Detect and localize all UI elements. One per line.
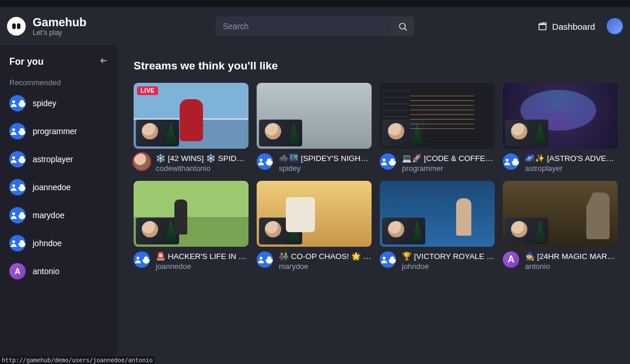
thumbnail	[134, 181, 249, 247]
header: Gamehub Let's play Dashboard	[0, 7, 630, 46]
svg-point-14	[260, 257, 262, 260]
svg-point-0	[399, 23, 405, 29]
sidebar-item-label: programmer	[33, 127, 77, 136]
stream-user: johndoe	[402, 262, 495, 271]
sidebar-item-astroplayer[interactable]: astroplayer	[9, 151, 108, 167]
search-icon	[398, 22, 408, 32]
avatar	[9, 95, 26, 111]
sidebar-item-label: marydoe	[33, 211, 64, 220]
sidebar-item-label: joannedoe	[33, 183, 71, 192]
sidebar-item-label: spidey	[33, 99, 56, 108]
svg-point-12	[506, 159, 509, 162]
sidebar-item-spidey[interactable]: spidey	[9, 95, 108, 111]
sidebar-item-programmer[interactable]: programmer	[9, 123, 108, 139]
collapse-icon[interactable]	[99, 56, 108, 68]
stream-user: spidey	[279, 164, 372, 173]
stream-user: astroplayer	[525, 164, 618, 173]
sidebar-item-marydoe[interactable]: marydoe	[9, 207, 108, 223]
svg-line-1	[404, 28, 406, 30]
stream-card[interactable]: 👫 CO-OP CHAOS! 🌟 [JO...marydoe	[257, 181, 372, 271]
window-top-band	[0, 0, 630, 7]
svg-point-8	[12, 212, 15, 215]
live-badge: LIVE	[137, 86, 158, 95]
brand-subtitle: Let's play	[33, 29, 86, 37]
stream-title: 🧙 [24HR MAGIC MARATH...	[525, 251, 618, 261]
stream-user: antonio	[525, 262, 618, 271]
brand-title: Gamehub	[33, 16, 86, 29]
stream-title: 👫 CO-OP CHAOS! 🌟 [JO...	[279, 251, 372, 261]
avatar	[9, 235, 26, 251]
stream-card[interactable]: A🧙 [24HR MAGIC MARATH...antonio	[503, 181, 618, 271]
svg-point-13	[136, 257, 139, 260]
avatar: A	[9, 263, 26, 279]
stream-title: 🏆 [VICTORY ROYALE CH...	[402, 251, 495, 261]
sidebar-item-label: antonio	[33, 267, 60, 276]
stream-card[interactable]: LIVE❄️ [42 WINS] ❄️ SPIDEY S...codewitha…	[134, 83, 249, 173]
webcam-pip	[382, 120, 425, 146]
sidebar-item-antonio[interactable]: Aantonio	[9, 263, 108, 279]
svg-point-6	[12, 156, 15, 159]
stream-avatar	[257, 251, 273, 268]
svg-point-7	[12, 184, 15, 187]
svg-point-10	[260, 159, 262, 162]
sidebar-item-label: astroplayer	[33, 155, 73, 164]
thumbnail: LIVE	[134, 83, 249, 149]
sidebar: For you Recommended spideyprogrammerastr…	[0, 46, 117, 364]
stream-title: 🕷️🌃 [SPIDEY'S NIGHT PA...	[279, 153, 372, 163]
stream-user: codewithantonio	[156, 164, 249, 173]
webcam-pip	[505, 120, 548, 146]
thumbnail	[257, 181, 372, 247]
stream-user: programmer	[402, 164, 495, 173]
stream-avatar	[134, 251, 150, 268]
stream-card[interactable]: 🕷️🌃 [SPIDEY'S NIGHT PA...spidey	[257, 83, 372, 173]
thumbnail	[257, 83, 372, 149]
stream-avatar	[503, 153, 519, 170]
webcam-pip	[382, 218, 425, 244]
user-avatar[interactable]	[607, 18, 623, 34]
search-button[interactable]	[391, 16, 414, 36]
recommended-label: Recommended	[9, 78, 108, 87]
clapperboard-icon	[537, 21, 548, 32]
sidebar-item-label: johndoe	[33, 239, 62, 248]
stream-card[interactable]: 🏆 [VICTORY ROYALE CH...johndoe	[380, 181, 495, 271]
section-title: Streams we think you'll like	[134, 60, 616, 72]
dashboard-link[interactable]: Dashboard	[537, 21, 595, 32]
stream-user: marydoe	[279, 262, 372, 271]
avatar	[9, 179, 26, 195]
stream-user: joannedoe	[156, 262, 249, 271]
search-input[interactable]	[216, 16, 391, 36]
svg-point-9	[12, 240, 15, 243]
thumbnail	[503, 83, 618, 149]
search	[216, 16, 414, 36]
webcam-pip	[136, 120, 179, 146]
avatar	[9, 151, 26, 167]
stream-avatar	[380, 153, 396, 170]
webcam-pip	[505, 218, 548, 244]
svg-point-11	[383, 159, 386, 162]
thumbnail	[380, 181, 495, 247]
brand-logo[interactable]: Gamehub Let's play	[7, 16, 86, 37]
stream-title: 💻🚀 [CODE & COFFEE] ☕ ...	[402, 153, 495, 163]
stream-title: 🚨 HACKER'S LIFE IN SF! ...	[156, 251, 249, 261]
webcam-pip	[259, 218, 302, 244]
stream-avatar	[257, 153, 273, 170]
stream-card[interactable]: 🚨 HACKER'S LIFE IN SF! ...joannedoe	[134, 181, 249, 271]
webcam-pip	[136, 218, 179, 244]
stream-card[interactable]: 💻🚀 [CODE & COFFEE] ☕ ...programmer	[380, 83, 495, 173]
stream-avatar: A	[503, 251, 519, 268]
avatar	[9, 207, 26, 223]
sidebar-item-joannedoe[interactable]: joannedoe	[9, 179, 108, 195]
status-bar-url: http://gamehub/demo/users/joannedoe/anto…	[0, 356, 155, 364]
for-you-heading: For you	[9, 57, 44, 67]
sidebar-item-johndoe[interactable]: johndoe	[9, 235, 108, 251]
thumbnail	[503, 181, 618, 247]
stream-card[interactable]: 🌌✨ [ASTRO'S ADVENTU...astroplayer	[503, 83, 618, 173]
svg-point-5	[12, 128, 15, 131]
svg-point-15	[383, 257, 386, 260]
webcam-pip	[259, 120, 302, 146]
stream-title: 🌌✨ [ASTRO'S ADVENTU...	[525, 153, 618, 163]
thumbnail	[380, 83, 495, 149]
stream-avatar	[134, 153, 150, 170]
ghost-icon	[7, 17, 26, 36]
avatar	[9, 123, 26, 139]
